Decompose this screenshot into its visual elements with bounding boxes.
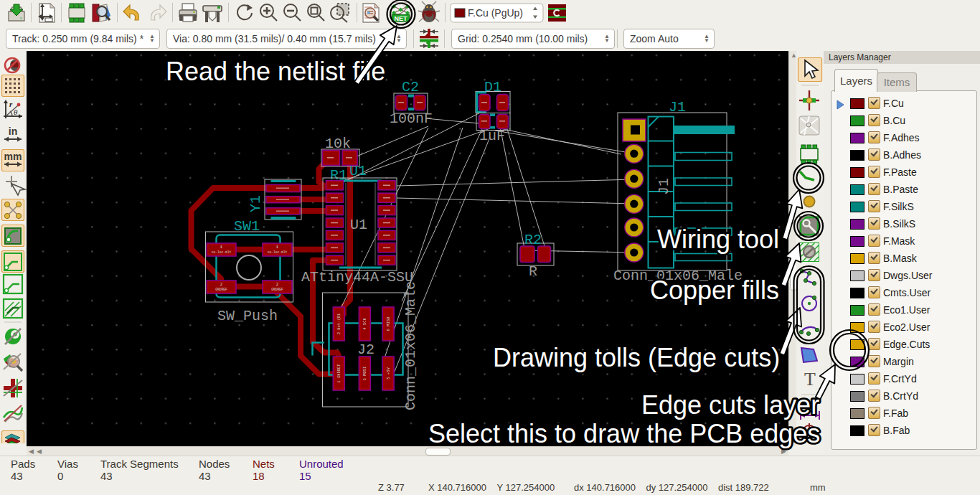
svg-text:T: T [804,369,816,390]
svg-text:θ: θ [14,108,18,116]
svg-text:U1: U1 [349,163,367,179]
svg-text:Conn_01x06_Male: Conn_01x06_Male [613,268,743,284]
svg-text:mm: mm [4,151,22,162]
svg-text:r: r [9,100,13,108]
svg-text:D1: D1 [484,79,501,95]
svg-text:R2: R2 [524,232,542,248]
svg-text:R: R [529,263,537,280]
svg-text:in: in [9,126,17,137]
svg-text:SW1: SW1 [234,218,260,235]
svg-text:GNDREF: GNDREF [271,288,283,291]
svg-text:U1: U1 [350,217,367,233]
svg-text:J1: J1 [656,178,672,195]
svg-text:J1: J1 [669,99,686,116]
svg-text:2 Net-(R1: 2 Net-(R1 [336,313,341,334]
svg-text:no-loc-mlt: no-loc-mlt [212,250,232,254]
svg-text:2: 2 [276,282,278,287]
svg-text:C2: C2 [402,79,419,95]
svg-text:3 MOSI: 3 MOSI [362,367,367,381]
svg-text:SW_Push: SW_Push [217,308,278,324]
svg-text:2: 2 [220,282,222,287]
svg-text:1uF: 1uF [479,128,505,144]
svg-text:10k: 10k [325,136,351,152]
svg-text:J2: J2 [357,341,374,358]
svg-text:no-loc-mlt: no-loc-mlt [268,250,288,254]
svg-text:1 GNDREF: 1 GNDREF [336,364,341,382]
svg-text:GNDREF: GNDREF [215,288,227,291]
svg-text:ATtiny44A-SSU: ATtiny44A-SSU [301,269,413,286]
svg-text:100nF: 100nF [390,110,433,127]
svg-text:Y1: Y1 [248,195,264,212]
svg-text:5 +5V: 5 +5V [386,367,391,380]
svg-text:4 SCK: 4 SCK [362,318,367,330]
svg-text:6 MISO: 6 MISO [386,316,391,331]
svg-text:Conn_01x06_Male: Conn_01x06_Male [402,281,419,410]
svg-text:NET: NET [395,15,408,22]
svg-text:F.Cu (PgUp): F.Cu (PgUp) [468,7,523,19]
